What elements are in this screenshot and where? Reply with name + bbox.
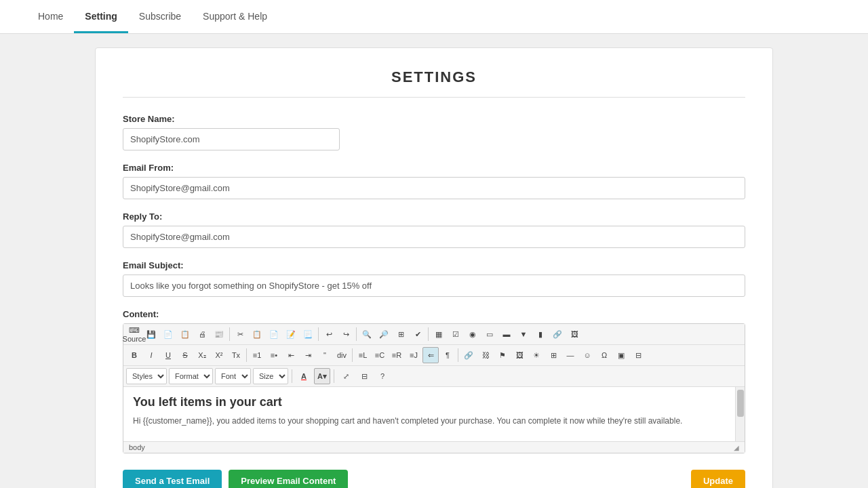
- table-btn[interactable]: ▦: [431, 326, 447, 342]
- new-btn[interactable]: 📄: [160, 326, 176, 342]
- special-char-btn[interactable]: Ω: [596, 347, 612, 363]
- paste-btn[interactable]: 📄: [266, 326, 282, 342]
- store-name-group: Store Name:: [123, 114, 745, 150]
- replace-btn[interactable]: 🔎: [376, 326, 392, 342]
- div-btn[interactable]: div: [334, 347, 350, 363]
- separator-1: [229, 327, 230, 341]
- italic-btn[interactable]: I: [143, 347, 159, 363]
- paste-text-btn[interactable]: 📝: [283, 326, 299, 342]
- editor-title: You left items in your cart: [133, 395, 735, 409]
- bold-btn[interactable]: B: [126, 347, 142, 363]
- table2-btn[interactable]: ⊞: [545, 347, 561, 363]
- indent-btn[interactable]: ⇥: [300, 347, 316, 363]
- font-color-btn[interactable]: A: [296, 368, 312, 384]
- rtl-btn[interactable]: ⇐: [422, 347, 439, 363]
- content-group: Content: ⌨ Source 💾 📄 📋 🖨 📰 ✂ 📋 📄 📝 📃: [123, 309, 745, 453]
- remove-format-btn[interactable]: Tx: [228, 347, 244, 363]
- editor-statusbar: body ◢: [123, 441, 745, 453]
- superscript-btn[interactable]: X²: [211, 347, 227, 363]
- link2-btn[interactable]: 🔗: [549, 326, 566, 342]
- separator-6: [352, 348, 353, 362]
- statusbar-tag: body: [129, 443, 145, 451]
- find-btn[interactable]: 🔍: [359, 326, 375, 342]
- nav-subscribe[interactable]: Subscribe: [128, 1, 192, 33]
- ltr-btn[interactable]: ¶: [439, 347, 456, 363]
- nav-setting[interactable]: Setting: [74, 1, 127, 33]
- styles-select[interactable]: Styles: [126, 368, 167, 384]
- toolbar-row-2: B I U S X₂ X² Tx ≡1 ≡• ⇤ ⇥ " div ≡L ≡C: [123, 345, 745, 366]
- image-btn[interactable]: 🖼: [511, 347, 528, 363]
- email-subject-input[interactable]: [123, 274, 745, 297]
- redo-btn[interactable]: ↪: [338, 326, 354, 342]
- emoji-btn[interactable]: ☺: [579, 347, 595, 363]
- select-all-btn[interactable]: ⊞: [393, 326, 409, 342]
- iframe-btn[interactable]: ▣: [613, 347, 629, 363]
- spellcheck-btn[interactable]: ✔: [410, 326, 426, 342]
- size-select[interactable]: Size: [253, 368, 288, 384]
- source-btn[interactable]: ⌨ Source: [126, 326, 142, 342]
- preview-button[interactable]: Preview Email Content: [229, 470, 348, 488]
- separator-8: [292, 369, 292, 383]
- settings-card: SETTINGS Store Name: Email From: Reply T…: [95, 47, 773, 488]
- format-select[interactable]: Format: [169, 368, 213, 384]
- select-btn[interactable]: ▼: [515, 326, 532, 342]
- textfield-btn[interactable]: ▭: [481, 326, 498, 342]
- separator-2: [318, 327, 319, 341]
- button-btn[interactable]: ▮: [532, 326, 549, 342]
- align-left-btn[interactable]: ≡L: [355, 347, 371, 363]
- email-subject-label: Email Subject:: [123, 260, 745, 270]
- align-center-btn[interactable]: ≡C: [372, 347, 388, 363]
- email-subject-group: Email Subject:: [123, 260, 745, 297]
- textarea-btn[interactable]: ▬: [498, 326, 515, 342]
- outdent-btn[interactable]: ⇤: [283, 347, 299, 363]
- email-from-input[interactable]: [123, 177, 745, 199]
- unordered-list-btn[interactable]: ≡•: [266, 347, 282, 363]
- link-btn[interactable]: 🔗: [460, 347, 477, 363]
- reply-to-input[interactable]: [123, 226, 745, 248]
- radio-btn[interactable]: ◉: [465, 326, 481, 342]
- subscript-btn[interactable]: X₂: [194, 347, 210, 363]
- imageform-btn[interactable]: 🖼: [566, 326, 583, 342]
- paste-word-btn[interactable]: 📃: [300, 326, 316, 342]
- undo-btn[interactable]: ↩: [321, 326, 337, 342]
- align-justify-btn[interactable]: ≡J: [406, 347, 422, 363]
- email-from-group: Email From:: [123, 163, 745, 199]
- separator-3: [356, 327, 357, 341]
- maximize-btn[interactable]: ⤢: [338, 368, 354, 384]
- page-break-btn[interactable]: ⊟: [630, 347, 646, 363]
- separator-5: [246, 348, 247, 362]
- reply-to-label: Reply To:: [123, 211, 745, 222]
- send-test-button[interactable]: Send a Test Email: [123, 470, 222, 488]
- anchor-btn[interactable]: ⚑: [494, 347, 511, 363]
- ordered-list-btn[interactable]: ≡1: [249, 347, 265, 363]
- editor-body: Hi {{customer_name}}, you added items to…: [133, 415, 735, 427]
- editor-scrollbar[interactable]: [735, 387, 745, 441]
- email-from-label: Email From:: [123, 163, 745, 173]
- flash-btn[interactable]: ☀: [528, 347, 545, 363]
- print-btn[interactable]: 📰: [211, 326, 227, 342]
- align-right-btn[interactable]: ≡R: [389, 347, 405, 363]
- font-select[interactable]: Font: [215, 368, 251, 384]
- show-blocks-btn[interactable]: ⊟: [356, 368, 372, 384]
- templates-btn[interactable]: 📋: [177, 326, 193, 342]
- nav-support[interactable]: Support & Help: [192, 1, 278, 33]
- editor-content-area[interactable]: You left items in your cart Hi {{custome…: [123, 387, 745, 441]
- copy-btn[interactable]: 📋: [249, 326, 265, 342]
- resize-handle[interactable]: ◢: [734, 444, 739, 451]
- unlink-btn[interactable]: ⛓: [477, 347, 494, 363]
- store-name-input[interactable]: [123, 128, 340, 150]
- cut-btn[interactable]: ✂: [232, 326, 248, 342]
- bg-color-btn[interactable]: A▾: [314, 368, 330, 384]
- checkbox-btn[interactable]: ☑: [448, 326, 464, 342]
- hline-btn[interactable]: —: [562, 347, 578, 363]
- save-btn[interactable]: 💾: [143, 326, 159, 342]
- blockquote-btn[interactable]: ": [317, 347, 333, 363]
- preview-btn[interactable]: 🖨: [194, 326, 210, 342]
- underline-btn[interactable]: U: [160, 347, 176, 363]
- reply-to-group: Reply To:: [123, 211, 745, 248]
- navigation: Home Setting Subscribe Support & Help: [0, 0, 868, 34]
- nav-home[interactable]: Home: [27, 1, 74, 33]
- update-button[interactable]: Update: [691, 470, 745, 488]
- help-btn[interactable]: ?: [374, 368, 391, 384]
- strikethrough-btn[interactable]: S: [177, 347, 193, 363]
